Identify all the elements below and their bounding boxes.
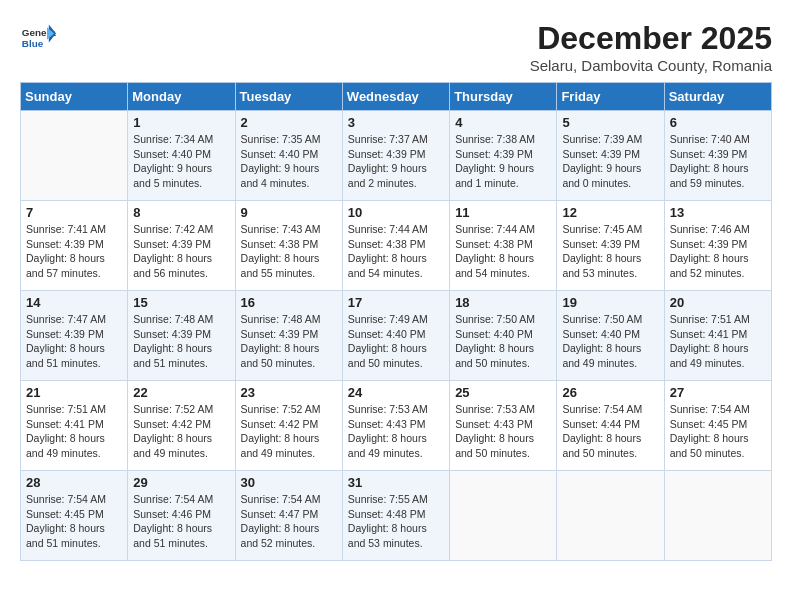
calendar-cell: 20Sunrise: 7:51 AMSunset: 4:41 PMDayligh…	[664, 291, 771, 381]
cell-content: Sunrise: 7:51 AMSunset: 4:41 PMDaylight:…	[26, 402, 122, 461]
cell-content: Sunrise: 7:47 AMSunset: 4:39 PMDaylight:…	[26, 312, 122, 371]
calendar-week-row: 21Sunrise: 7:51 AMSunset: 4:41 PMDayligh…	[21, 381, 772, 471]
cell-content: Sunrise: 7:49 AMSunset: 4:40 PMDaylight:…	[348, 312, 444, 371]
cell-content: Sunrise: 7:54 AMSunset: 4:44 PMDaylight:…	[562, 402, 658, 461]
day-number: 25	[455, 385, 551, 400]
calendar-cell: 5Sunrise: 7:39 AMSunset: 4:39 PMDaylight…	[557, 111, 664, 201]
day-number: 12	[562, 205, 658, 220]
calendar-table: SundayMondayTuesdayWednesdayThursdayFrid…	[20, 82, 772, 561]
logo: General Blue	[20, 20, 60, 56]
calendar-week-row: 1Sunrise: 7:34 AMSunset: 4:40 PMDaylight…	[21, 111, 772, 201]
day-number: 27	[670, 385, 766, 400]
cell-content: Sunrise: 7:48 AMSunset: 4:39 PMDaylight:…	[241, 312, 337, 371]
day-number: 31	[348, 475, 444, 490]
cell-content: Sunrise: 7:48 AMSunset: 4:39 PMDaylight:…	[133, 312, 229, 371]
calendar-cell: 13Sunrise: 7:46 AMSunset: 4:39 PMDayligh…	[664, 201, 771, 291]
calendar-cell: 7Sunrise: 7:41 AMSunset: 4:39 PMDaylight…	[21, 201, 128, 291]
day-number: 15	[133, 295, 229, 310]
day-number: 2	[241, 115, 337, 130]
day-number: 10	[348, 205, 444, 220]
cell-content: Sunrise: 7:43 AMSunset: 4:38 PMDaylight:…	[241, 222, 337, 281]
calendar-week-row: 14Sunrise: 7:47 AMSunset: 4:39 PMDayligh…	[21, 291, 772, 381]
day-number: 9	[241, 205, 337, 220]
weekday-header-sunday: Sunday	[21, 83, 128, 111]
svg-text:Blue: Blue	[22, 38, 44, 49]
cell-content: Sunrise: 7:52 AMSunset: 4:42 PMDaylight:…	[133, 402, 229, 461]
weekday-header-monday: Monday	[128, 83, 235, 111]
cell-content: Sunrise: 7:50 AMSunset: 4:40 PMDaylight:…	[562, 312, 658, 371]
day-number: 3	[348, 115, 444, 130]
day-number: 14	[26, 295, 122, 310]
day-number: 7	[26, 205, 122, 220]
cell-content: Sunrise: 7:37 AMSunset: 4:39 PMDaylight:…	[348, 132, 444, 191]
cell-content: Sunrise: 7:52 AMSunset: 4:42 PMDaylight:…	[241, 402, 337, 461]
weekday-header-tuesday: Tuesday	[235, 83, 342, 111]
day-number: 30	[241, 475, 337, 490]
day-number: 23	[241, 385, 337, 400]
day-number: 21	[26, 385, 122, 400]
calendar-cell: 12Sunrise: 7:45 AMSunset: 4:39 PMDayligh…	[557, 201, 664, 291]
cell-content: Sunrise: 7:53 AMSunset: 4:43 PMDaylight:…	[455, 402, 551, 461]
calendar-cell: 3Sunrise: 7:37 AMSunset: 4:39 PMDaylight…	[342, 111, 449, 201]
calendar-cell: 28Sunrise: 7:54 AMSunset: 4:45 PMDayligh…	[21, 471, 128, 561]
cell-content: Sunrise: 7:44 AMSunset: 4:38 PMDaylight:…	[348, 222, 444, 281]
title-section: December 2025 Selaru, Dambovita County, …	[530, 20, 772, 74]
logo-icon: General Blue	[20, 20, 56, 56]
cell-content: Sunrise: 7:34 AMSunset: 4:40 PMDaylight:…	[133, 132, 229, 191]
day-number: 22	[133, 385, 229, 400]
calendar-cell	[664, 471, 771, 561]
day-number: 20	[670, 295, 766, 310]
calendar-cell: 17Sunrise: 7:49 AMSunset: 4:40 PMDayligh…	[342, 291, 449, 381]
calendar-cell: 24Sunrise: 7:53 AMSunset: 4:43 PMDayligh…	[342, 381, 449, 471]
calendar-cell: 9Sunrise: 7:43 AMSunset: 4:38 PMDaylight…	[235, 201, 342, 291]
weekday-header-saturday: Saturday	[664, 83, 771, 111]
day-number: 1	[133, 115, 229, 130]
day-number: 4	[455, 115, 551, 130]
cell-content: Sunrise: 7:39 AMSunset: 4:39 PMDaylight:…	[562, 132, 658, 191]
day-number: 18	[455, 295, 551, 310]
calendar-cell: 6Sunrise: 7:40 AMSunset: 4:39 PMDaylight…	[664, 111, 771, 201]
cell-content: Sunrise: 7:35 AMSunset: 4:40 PMDaylight:…	[241, 132, 337, 191]
calendar-cell: 2Sunrise: 7:35 AMSunset: 4:40 PMDaylight…	[235, 111, 342, 201]
calendar-cell: 21Sunrise: 7:51 AMSunset: 4:41 PMDayligh…	[21, 381, 128, 471]
cell-content: Sunrise: 7:46 AMSunset: 4:39 PMDaylight:…	[670, 222, 766, 281]
location-subtitle: Selaru, Dambovita County, Romania	[530, 57, 772, 74]
calendar-cell: 27Sunrise: 7:54 AMSunset: 4:45 PMDayligh…	[664, 381, 771, 471]
calendar-cell: 23Sunrise: 7:52 AMSunset: 4:42 PMDayligh…	[235, 381, 342, 471]
page-header: General Blue December 2025 Selaru, Dambo…	[20, 20, 772, 74]
calendar-cell: 1Sunrise: 7:34 AMSunset: 4:40 PMDaylight…	[128, 111, 235, 201]
day-number: 26	[562, 385, 658, 400]
weekday-header-thursday: Thursday	[450, 83, 557, 111]
day-number: 29	[133, 475, 229, 490]
calendar-cell: 29Sunrise: 7:54 AMSunset: 4:46 PMDayligh…	[128, 471, 235, 561]
calendar-cell	[21, 111, 128, 201]
day-number: 19	[562, 295, 658, 310]
calendar-cell: 30Sunrise: 7:54 AMSunset: 4:47 PMDayligh…	[235, 471, 342, 561]
day-number: 17	[348, 295, 444, 310]
calendar-cell: 10Sunrise: 7:44 AMSunset: 4:38 PMDayligh…	[342, 201, 449, 291]
cell-content: Sunrise: 7:51 AMSunset: 4:41 PMDaylight:…	[670, 312, 766, 371]
cell-content: Sunrise: 7:54 AMSunset: 4:45 PMDaylight:…	[26, 492, 122, 551]
calendar-cell: 31Sunrise: 7:55 AMSunset: 4:48 PMDayligh…	[342, 471, 449, 561]
cell-content: Sunrise: 7:54 AMSunset: 4:45 PMDaylight:…	[670, 402, 766, 461]
calendar-cell	[557, 471, 664, 561]
calendar-cell: 8Sunrise: 7:42 AMSunset: 4:39 PMDaylight…	[128, 201, 235, 291]
weekday-header-row: SundayMondayTuesdayWednesdayThursdayFrid…	[21, 83, 772, 111]
weekday-header-friday: Friday	[557, 83, 664, 111]
calendar-cell	[450, 471, 557, 561]
cell-content: Sunrise: 7:42 AMSunset: 4:39 PMDaylight:…	[133, 222, 229, 281]
calendar-week-row: 28Sunrise: 7:54 AMSunset: 4:45 PMDayligh…	[21, 471, 772, 561]
calendar-cell: 22Sunrise: 7:52 AMSunset: 4:42 PMDayligh…	[128, 381, 235, 471]
month-year-title: December 2025	[530, 20, 772, 57]
day-number: 11	[455, 205, 551, 220]
calendar-cell: 14Sunrise: 7:47 AMSunset: 4:39 PMDayligh…	[21, 291, 128, 381]
calendar-week-row: 7Sunrise: 7:41 AMSunset: 4:39 PMDaylight…	[21, 201, 772, 291]
weekday-header-wednesday: Wednesday	[342, 83, 449, 111]
calendar-cell: 11Sunrise: 7:44 AMSunset: 4:38 PMDayligh…	[450, 201, 557, 291]
cell-content: Sunrise: 7:45 AMSunset: 4:39 PMDaylight:…	[562, 222, 658, 281]
cell-content: Sunrise: 7:53 AMSunset: 4:43 PMDaylight:…	[348, 402, 444, 461]
day-number: 6	[670, 115, 766, 130]
cell-content: Sunrise: 7:55 AMSunset: 4:48 PMDaylight:…	[348, 492, 444, 551]
calendar-cell: 4Sunrise: 7:38 AMSunset: 4:39 PMDaylight…	[450, 111, 557, 201]
calendar-cell: 18Sunrise: 7:50 AMSunset: 4:40 PMDayligh…	[450, 291, 557, 381]
